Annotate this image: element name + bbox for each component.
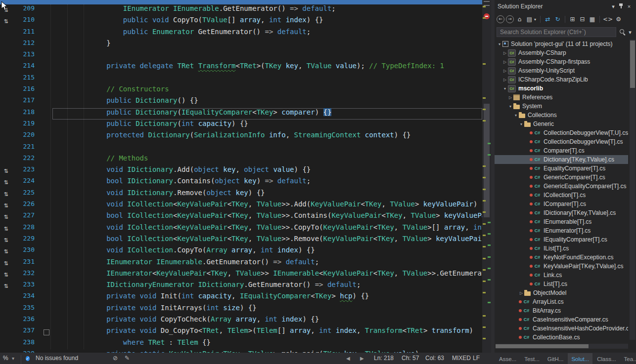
code-line-233[interactable]: ⇅233 IDictionaryEnumerator IDictionary.G… (0, 281, 482, 292)
tree-item-dictionary-tkey-tvalue-cs[interactable]: C#Dictionary[TKey,TValue].cs (495, 155, 628, 164)
pin-icon[interactable] (617, 2, 625, 10)
char-indicator[interactable]: Ch: 57 (402, 353, 419, 364)
tree-item-ilist-t-cs[interactable]: C#IList[T].cs (495, 244, 628, 253)
tree-item-references[interactable]: ▷References (495, 93, 628, 102)
tool-window-tab-class[interactable]: Class... (593, 353, 619, 364)
scroll-right-button[interactable]: ▶ (360, 353, 364, 364)
back-icon[interactable]: ← (497, 15, 504, 23)
code-line-219[interactable]: 219 public Dictionary(int capacity) {} (0, 120, 482, 131)
health-check-icon[interactable]: ✓ (26, 353, 30, 364)
refresh-icon[interactable]: ↻ (553, 15, 562, 24)
forward-icon[interactable]: → (506, 15, 514, 23)
code-line-211[interactable]: 211 public Enumerator GetEnumerator() =>… (0, 28, 482, 39)
home-icon[interactable]: ⌂ (515, 15, 524, 24)
tree-item-objectmodel[interactable]: ▷ObjectModel (495, 288, 628, 297)
tree-item-collectiondebuggerview-t-u-cs[interactable]: C#CollectionDebuggerView[T,U].cs (495, 128, 628, 137)
code-line-227[interactable]: ⇅227 bool ICollection<KeyValuePair<TKey,… (0, 211, 482, 223)
code-line-237[interactable]: 237− private void Do_CopyTo<TRet, TElem>… (0, 326, 482, 338)
tree-item-assembly-csharp[interactable]: ▷C#Assembly-CSharp (495, 48, 628, 57)
column-indicator[interactable]: Col: 63 (425, 353, 444, 364)
tree-item-caseinsensitivehashcodeprovider-cs[interactable]: C#CaseInsensitiveHashCodeProvider.cs (495, 324, 628, 333)
expander-open-icon[interactable]: ▾ (507, 104, 513, 109)
expander-closed-icon[interactable]: ▷ (502, 60, 508, 64)
tree-item-icollection-t-cs[interactable]: C#ICollection[T].cs (495, 191, 628, 200)
reference-arrows-icon[interactable]: ⇅ (0, 16, 12, 27)
collapse-all-icon[interactable]: ⊟ (578, 15, 587, 24)
expander-closed-icon[interactable]: ▷ (507, 95, 513, 100)
tree-item-icomparer-t-cs[interactable]: C#IComparer[T].cs (495, 200, 628, 208)
expander-open-icon[interactable]: ▾ (497, 42, 502, 46)
search-options-caret-icon[interactable]: ▾ (626, 29, 634, 36)
window-position-icon[interactable]: ▾ (609, 3, 617, 10)
reference-arrows-icon[interactable]: ⇅ (0, 177, 12, 188)
expander-closed-icon[interactable]: ▷ (518, 291, 524, 295)
reference-arrows-icon[interactable]: ⇅ (0, 246, 12, 257)
code-line-223[interactable]: ⇅223 void IDictionary.Add(object key, ob… (0, 165, 482, 177)
tree-item-icsharpcode-sharpziplib[interactable]: ▷C#ICSharpCode.SharpZipLib (495, 75, 628, 84)
reference-arrows-icon[interactable]: ⇅ (0, 269, 12, 281)
nest-files-icon[interactable]: ⊞ (568, 15, 577, 24)
tree-item-collections[interactable]: ▾Collections (495, 111, 628, 120)
reference-arrows-icon[interactable]: ⇅ (0, 211, 12, 223)
zoom-control[interactable]: % (3, 353, 8, 364)
search-input[interactable] (497, 27, 616, 37)
tree-item-generic[interactable]: ▾Generic (495, 120, 628, 128)
tree-item-bitarray-cs[interactable]: C#BitArray.cs (495, 306, 628, 315)
expander-closed-icon[interactable]: ▷ (502, 51, 508, 55)
tree-item-idictionary-tkey-tvalue-cs[interactable]: C#IDictionary[TKey,TValue].cs (495, 208, 628, 217)
reference-arrows-icon[interactable]: ⇅ (0, 235, 12, 246)
editor-scrollbar[interactable] (482, 0, 491, 353)
tree-item-keynotfoundexception-cs[interactable]: C#KeyNotFoundException.cs (495, 253, 628, 262)
line-indicator[interactable]: Ln: 218 (374, 353, 394, 364)
expander-open-icon[interactable]: ▾ (518, 122, 524, 126)
sync-with-active-document-icon[interactable]: ⇄ (544, 15, 552, 24)
scrollbar-thumb[interactable] (630, 40, 635, 88)
code-line-212[interactable]: 212 } (0, 39, 482, 50)
tree-item-mscorlib[interactable]: ▾C#mscorlib (495, 84, 628, 93)
eol-indicator[interactable]: LF (473, 353, 480, 364)
view-code-icon[interactable]: <> (603, 15, 613, 24)
tree-item-ienumerable-t-cs[interactable]: C#IEnumerable[T].cs (495, 217, 628, 226)
reference-arrows-icon[interactable]: ⇅ (0, 281, 12, 292)
fold-collapse-icon[interactable]: − (41, 326, 52, 338)
status-pencil-icon[interactable]: ✎ (125, 353, 130, 364)
expander-closed-icon[interactable]: ▷ (502, 69, 508, 73)
expander-closed-icon[interactable]: ▷ (502, 78, 508, 82)
code-line-230[interactable]: ⇅230 void ICollection.CopyTo(Array array… (0, 246, 482, 257)
reference-arrows-icon[interactable]: ⇅ (0, 200, 12, 211)
code-line-235[interactable]: 235 private void InitArrays(int size) {} (0, 304, 482, 315)
code-line-226[interactable]: ⇅226 void ICollection<KeyValuePair<TKey,… (0, 200, 482, 211)
tree-item-comparer-t-cs[interactable]: C#Comparer[T].cs (495, 146, 628, 155)
tool-window-tab-gith[interactable]: GitH... (544, 353, 567, 364)
tree-item-collectiondebuggerview-t-cs[interactable]: C#CollectionDebuggerView[T].cs (495, 137, 628, 146)
health-status-text[interactable]: No issues found (36, 353, 78, 364)
properties-icon[interactable]: ⚙ (614, 15, 623, 24)
reference-arrows-icon[interactable]: ⇅ (0, 223, 12, 235)
tree-vertical-scrollbar[interactable] (630, 40, 636, 340)
code-line-209[interactable]: ⇅209 IEnumerator IEnumerable.GetEnumerat… (0, 4, 482, 16)
tool-window-tab-test[interactable]: Test... (521, 353, 543, 364)
solution-tree[interactable]: ▾Solution 'project-gui' (11 of 11 projec… (495, 40, 628, 340)
tree-item-keyvaluepair-tkey-tvalue-cs[interactable]: C#KeyValuePair[TKey,TValue].cs (495, 262, 628, 271)
tree-item-genericequalitycomparer-t-cs[interactable]: C#GenericEqualityComparer[T].cs (495, 182, 628, 191)
code-line-225[interactable]: ⇅225 void IDictionary.Remove(object key)… (0, 189, 482, 200)
reference-arrows-icon[interactable]: ⇅ (0, 258, 12, 269)
tree-item-system[interactable]: ▾System (495, 102, 628, 111)
code-line-222[interactable]: 222 // Methods (0, 154, 482, 165)
code-line-238[interactable]: 238 where TRet : TElem {} (0, 338, 482, 350)
tree-item-iequalitycomparer-t-cs[interactable]: C#IEqualityComparer[T].cs (495, 235, 628, 244)
code-line-221[interactable]: 221 (0, 143, 482, 154)
code-line-216[interactable]: 216 // Constructors (0, 85, 482, 96)
search-icon[interactable] (619, 29, 626, 36)
tree-item-assembly-csharp-firstpass[interactable]: ▷C#Assembly-CSharp-firstpass (495, 57, 628, 66)
tree-item-equalitycomparer-t-cs[interactable]: C#EqualityComparer[T].cs (495, 164, 628, 173)
code-editor[interactable]: ⇅209 IEnumerator IEnumerable.GetEnumerat… (0, 0, 491, 353)
tool-window-tab-asse[interactable]: Asse... (496, 353, 520, 364)
code-line-218[interactable]: 218 public Dictionary(IEqualityComparer<… (0, 108, 482, 120)
tree-item-assembly-unityscript[interactable]: ▷C#Assembly-UnityScript (495, 66, 628, 75)
code-line-236[interactable]: 236 private void CopyToCheck(Array array… (0, 315, 482, 326)
scroll-left-button[interactable]: ◀ (346, 353, 350, 364)
code-line-228[interactable]: ⇅228 void ICollection<KeyValuePair<TKey,… (0, 223, 482, 235)
code-line-215[interactable]: 215 (0, 74, 482, 85)
code-line-224[interactable]: ⇅224 bool IDictionary.Contains(object ke… (0, 177, 482, 188)
